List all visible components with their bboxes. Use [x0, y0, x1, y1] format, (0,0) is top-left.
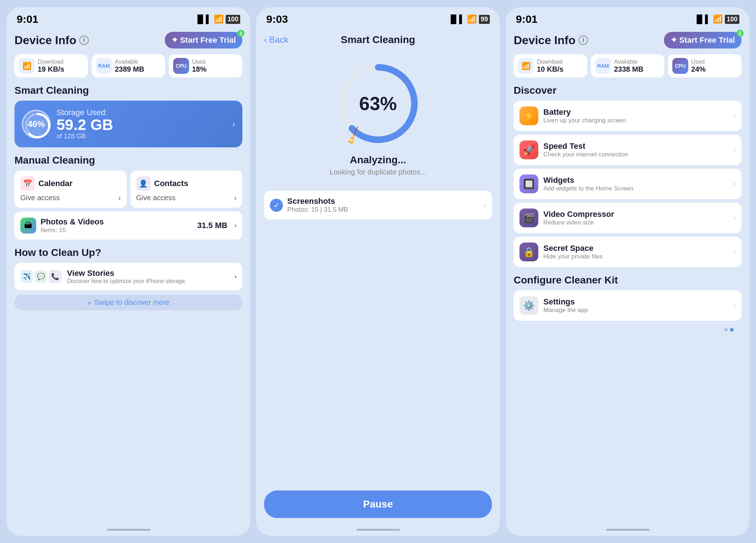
wifi-icon-card-3: 📶 — [518, 58, 534, 74]
discover-settings[interactable]: ⚙️ Settings Manage the app › — [514, 290, 742, 321]
cpu-card: CPU Used 18% — [169, 54, 242, 77]
screen1-content: Device Info i ✦ Start Free Trial 1 📶 Dow… — [7, 28, 250, 525]
battery-chevron: › — [733, 111, 736, 121]
battery-icon-discover: ⚡ — [519, 106, 538, 125]
status-icons-3: ▐▌▌ 📶 100 — [694, 14, 739, 24]
status-icons-2: ▐▌▌ 📶 99 — [448, 14, 490, 24]
widgets-icon-discover: 🔲 — [519, 174, 538, 193]
contacts-icon: 👤 — [136, 176, 151, 191]
discover-list: ⚡ Battery Liven up your charging screen … — [514, 101, 742, 267]
screenshot-sub: Photos: 15 | 31.5 MB — [287, 206, 479, 214]
analyzing-sub: Looking for duplicate photos... — [330, 168, 426, 176]
download-card-3: 📶 Download 10 KB/s — [514, 54, 587, 77]
battery-sub: Liven up your charging screen — [543, 117, 728, 124]
contacts-access: Give access — [136, 194, 176, 202]
wifi-icon-2: 📶 — [467, 14, 477, 24]
settings-icon-discover: ⚙️ — [519, 296, 538, 315]
discover-battery[interactable]: ⚡ Battery Liven up your charging screen … — [514, 101, 742, 131]
download-card: 📶 Download 19 KB/s — [14, 54, 88, 77]
cpu-value: 18% — [192, 65, 206, 73]
video-title: Video Compressor — [543, 210, 728, 219]
discover-widgets[interactable]: 🔲 Widgets Add widgets to the Home Screen… — [514, 169, 742, 199]
contacts-card[interactable]: 👤 Contacts Give access › — [130, 171, 243, 208]
widgets-title: Widgets — [543, 176, 728, 185]
trial-label-3: ✦ Start Free Trial — [671, 35, 735, 45]
cpu-label: Used — [192, 59, 206, 65]
ram-value: 2389 MB — [115, 65, 144, 73]
download-value-3: 10 KB/s — [537, 65, 563, 73]
video-sub: Reduce video size — [543, 219, 728, 226]
settings-sub: Manage the app — [543, 307, 728, 314]
storage-sub: of 128 GB — [57, 132, 226, 140]
howto-icon-1: ✈️ — [20, 270, 33, 283]
screen-discover: 9:01 ▐▌▌ 📶 100 Device Info i ✦ Start Fre… — [506, 7, 749, 536]
signal-icon-3: ▐▌▌ — [694, 14, 711, 24]
swipe-text: Swipe to discover more — [94, 298, 170, 307]
swipe-icon: « — [87, 298, 91, 307]
ram-card-3: RAM Available 2338 MB — [591, 54, 664, 77]
configure-title: Configure Cleaner Kit — [514, 274, 742, 286]
ram-label: Available — [115, 59, 144, 65]
trial-label-1: ✦ Start Free Trial — [171, 35, 236, 45]
info-icon-1[interactable]: i — [79, 35, 89, 45]
info-icon-3[interactable]: i — [579, 35, 588, 45]
photos-title: Photos & Videos — [41, 217, 193, 227]
howto-icon-3: 📞 — [49, 270, 62, 283]
secret-sub: Hide your private files — [543, 253, 728, 260]
howto-card[interactable]: ✈️ 💬 📞 View Stories Discover how to opti… — [14, 263, 242, 290]
status-time-2: 9:03 — [266, 13, 288, 25]
discover-secret[interactable]: 🔒 Secret Space Hide your private files › — [514, 237, 742, 267]
pause-button[interactable]: Pause — [264, 491, 492, 518]
trial-badge-1: 1 — [237, 30, 245, 37]
screen-main: 9:01 ▐▌▌ 📶 100 Device Info i ✦ Start Fre… — [7, 7, 250, 536]
secret-title: Secret Space — [543, 244, 728, 253]
battery-icon-1: 100 — [226, 15, 240, 24]
trial-button-1[interactable]: ✦ Start Free Trial 1 — [165, 32, 242, 49]
progress-circle-wrap: 63% 🧹 — [335, 60, 422, 147]
discover-video[interactable]: 🎬 Video Compressor Reduce video size › — [514, 203, 742, 233]
trial-badge-3: 1 — [736, 30, 744, 37]
storage-label: Storage Used: — [57, 108, 226, 117]
speed-sub: Check your internet connection — [543, 151, 728, 158]
download-value: 19 KB/s — [38, 65, 64, 73]
photos-arrow: › — [235, 222, 237, 229]
status-time-1: 9:01 — [17, 13, 38, 25]
device-info-title: Device Info — [14, 34, 76, 47]
howto-item-title: View Stories — [67, 269, 230, 278]
check-icon: ✓ — [270, 199, 283, 212]
calendar-card[interactable]: 📅 Calendar Give access › — [14, 171, 127, 208]
home-indicator-1 — [107, 529, 150, 531]
progress-container: 63% 🧹 Analyzing... Looking for duplicate… — [256, 49, 500, 184]
widgets-sub: Add widgets to the Home Screen — [543, 185, 728, 192]
video-chevron: › — [733, 213, 736, 223]
ram-label-3: Available — [614, 59, 643, 65]
ram-icon-card-3: RAM — [595, 58, 611, 74]
configure-list: ⚙️ Settings Manage the app › — [514, 290, 742, 321]
discover-section-title: Discover — [514, 85, 742, 96]
howto-icon-2: 💬 — [34, 270, 47, 283]
back-button[interactable]: ‹ Back — [264, 35, 288, 45]
cpu-value-3: 24% — [691, 65, 706, 73]
storage-value: 59.2 GB — [57, 117, 226, 132]
discover-speed[interactable]: 🚀 Speed Test Check your internet connect… — [514, 135, 742, 165]
home-indicator-3 — [606, 529, 650, 531]
storage-card[interactable]: 46% Storage Used: 59.2 GB of 128 GB › — [14, 101, 242, 147]
howto-arrow: › — [235, 273, 237, 280]
calendar-arrow: › — [118, 194, 121, 202]
speed-chevron: › — [733, 145, 736, 155]
signal-icon-2: ▐▌▌ — [448, 14, 465, 24]
progress-percent: 63% — [359, 93, 397, 114]
ram-card: RAM Available 2389 MB — [92, 54, 165, 77]
screen3-content: Device Info i ✦ Start Free Trial 1 📶 Dow… — [506, 28, 749, 525]
photos-row[interactable]: 🏔 Photos & Videos Items: 15 31.5 MB › — [14, 211, 242, 240]
video-icon-discover: 🎬 — [519, 209, 538, 227]
contacts-arrow: › — [234, 194, 237, 202]
trial-button-3[interactable]: ✦ Start Free Trial 1 — [664, 32, 742, 49]
analyzing-text: Analyzing... — [350, 154, 406, 166]
settings-chevron: › — [733, 301, 736, 310]
screenshot-row[interactable]: ✓ Screenshots Photos: 15 | 31.5 MB › — [264, 191, 492, 219]
swipe-bar: « Swipe to discover more — [14, 295, 242, 310]
speed-icon-discover: 🚀 — [519, 140, 538, 159]
cpu-card-3: CPU Used 24% — [668, 54, 742, 77]
download-label-3: Download — [537, 59, 563, 65]
